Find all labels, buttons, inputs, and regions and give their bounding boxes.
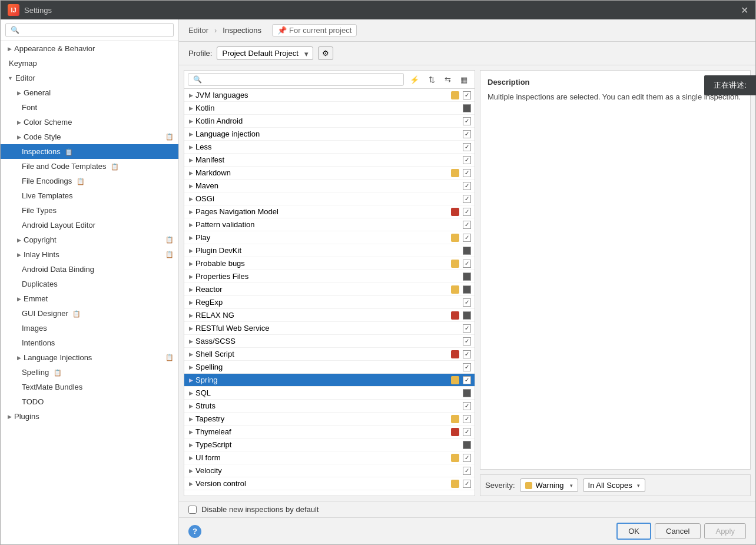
inspection-checkbox[interactable] <box>463 376 471 384</box>
inspection-checkbox[interactable] <box>463 428 471 436</box>
inspection-checkbox[interactable] <box>463 169 471 177</box>
inspection-checkbox[interactable] <box>463 415 471 423</box>
sidebar-item-color-scheme[interactable]: ▶ Color Scheme <box>1 115 178 129</box>
sidebar-item-todo[interactable]: TODO <box>1 394 178 409</box>
inspection-row[interactable]: ▶SQL <box>184 387 475 400</box>
inspection-row[interactable]: ▶Manifest <box>184 154 475 167</box>
inspection-row[interactable]: ▶JVM languages <box>184 89 475 102</box>
inspection-checkbox[interactable] <box>463 454 471 462</box>
sidebar-item-copyright[interactable]: ▶ Copyright 📋 <box>1 232 178 247</box>
sidebar-item-live-templates[interactable]: Live Templates <box>1 188 178 203</box>
inspection-checkbox[interactable] <box>463 156 471 164</box>
inspection-checkbox[interactable] <box>463 272 471 281</box>
inspection-checkbox[interactable] <box>463 480 471 488</box>
inspection-checkbox[interactable] <box>463 350 471 358</box>
inspection-row[interactable]: ▶RELAX NG <box>184 309 475 322</box>
sidebar-item-images[interactable]: Images <box>1 321 178 335</box>
sidebar-item-textmate-bundles[interactable]: TextMate Bundles <box>1 380 178 394</box>
sidebar-item-file-encodings[interactable]: File Encodings 📋 <box>1 174 178 188</box>
apply-button[interactable]: Apply <box>704 523 746 539</box>
inspection-row[interactable]: ▶Kotlin <box>184 102 475 115</box>
layout-button[interactable]: ▦ <box>457 74 471 86</box>
inspection-row[interactable]: ▶Reactor <box>184 283 475 296</box>
sidebar-item-plugins[interactable]: ▶ Plugins <box>1 409 178 424</box>
inspection-checkbox[interactable] <box>463 143 471 151</box>
inspection-row[interactable]: ▶RESTful Web Service <box>184 322 475 335</box>
inspection-checkbox[interactable] <box>463 182 471 190</box>
inspection-checkbox[interactable] <box>463 234 471 242</box>
inspection-checkbox[interactable] <box>463 402 471 410</box>
sidebar-item-duplicates[interactable]: Duplicates <box>1 277 178 291</box>
search-input[interactable] <box>5 23 174 37</box>
sidebar-item-editor[interactable]: ▼ Editor <box>1 71 178 85</box>
inspection-row[interactable]: ▶Thymeleaf <box>184 426 475 438</box>
sidebar-item-file-types[interactable]: File Types <box>1 203 178 218</box>
collapse-all-button[interactable]: ⇆ <box>441 74 455 86</box>
inspection-checkbox[interactable] <box>463 195 471 203</box>
inspection-row[interactable]: ▶Velocity <box>184 464 475 477</box>
sidebar-item-spelling[interactable]: Spelling 📋 <box>1 365 178 380</box>
inspection-row[interactable]: ▶Maven <box>184 180 475 192</box>
sidebar-item-font[interactable]: Font <box>1 100 178 115</box>
filter-input[interactable] <box>188 73 404 86</box>
inspection-checkbox[interactable] <box>463 285 471 294</box>
disable-checkbox[interactable] <box>188 506 197 514</box>
inspection-checkbox[interactable] <box>463 298 471 307</box>
inspection-row[interactable]: ▶Pages Navigation Model <box>184 205 475 218</box>
sidebar-item-intentions[interactable]: Intentions <box>1 335 178 350</box>
close-button[interactable]: ✕ <box>741 5 748 16</box>
sidebar-item-inspections[interactable]: Inspections 📋 <box>1 144 178 159</box>
filter-button[interactable]: ⚡ <box>406 74 423 86</box>
inspection-row[interactable]: ▶RegExp <box>184 296 475 309</box>
inspection-checkbox[interactable] <box>463 221 471 229</box>
inspection-checkbox[interactable] <box>463 467 471 475</box>
inspection-checkbox[interactable] <box>463 91 471 99</box>
inspection-row[interactable]: ▶Shell Script <box>184 348 475 361</box>
sidebar-item-android-data-binding[interactable]: Android Data Binding <box>1 262 178 277</box>
inspection-checkbox[interactable] <box>463 130 471 138</box>
profile-select[interactable]: Project Default Project Default <box>217 46 313 60</box>
inspection-row[interactable]: ▶Struts <box>184 400 475 413</box>
inspection-checkbox[interactable] <box>463 441 471 449</box>
inspection-row[interactable]: ▶Language injection <box>184 128 475 141</box>
inspection-row[interactable]: ▶Plugin DevKit <box>184 244 475 257</box>
inspection-checkbox[interactable] <box>463 324 471 333</box>
inspection-checkbox[interactable] <box>463 363 471 371</box>
inspection-row[interactable]: ▶OSGi <box>184 192 475 205</box>
inspection-checkbox[interactable] <box>463 389 471 397</box>
inspection-checkbox[interactable] <box>463 208 471 216</box>
sidebar-item-file-code-templates[interactable]: File and Code Templates 📋 <box>1 159 178 174</box>
inspection-row[interactable]: ▶Tapestry <box>184 413 475 426</box>
sidebar-item-code-style[interactable]: ▶ Code Style 📋 <box>1 129 178 144</box>
inspection-row[interactable]: ▶Play <box>184 231 475 244</box>
inspection-row[interactable]: ▶Kotlin Android <box>184 115 475 128</box>
help-button[interactable]: ? <box>188 525 201 538</box>
inspection-row[interactable]: ▶Markdown <box>184 167 475 180</box>
severity-select[interactable]: Warning ▾ <box>520 478 578 492</box>
inspection-row[interactable]: ▶Pattern validation <box>184 218 475 231</box>
sidebar-item-keymap[interactable]: Keymap <box>1 56 178 71</box>
inspection-row[interactable]: ▶Spelling <box>184 361 475 374</box>
sidebar-item-appearance[interactable]: ▶ Appearance & Behavior <box>1 41 178 56</box>
ok-button[interactable]: OK <box>616 523 651 540</box>
cancel-button[interactable]: Cancel <box>655 523 701 539</box>
inspection-checkbox[interactable] <box>463 260 471 268</box>
inspection-checkbox[interactable] <box>463 337 471 345</box>
sidebar-item-inlay-hints[interactable]: ▶ Inlay Hints 📋 <box>1 247 178 262</box>
inspection-checkbox[interactable] <box>463 311 471 320</box>
inspection-row[interactable]: ▶Sass/SCSS <box>184 335 475 348</box>
inspection-row[interactable]: ▶TypeScript <box>184 438 475 451</box>
inspection-row[interactable]: ▶UI form <box>184 451 475 464</box>
sidebar-item-emmet[interactable]: ▶ Emmet <box>1 291 178 306</box>
inspection-row[interactable]: ▶Version control <box>184 477 475 490</box>
inspection-row[interactable]: ▶Less <box>184 141 475 154</box>
inspection-checkbox[interactable] <box>463 247 471 255</box>
inspection-row[interactable]: ▶Probable bugs <box>184 257 475 270</box>
sidebar-item-android-layout-editor[interactable]: Android Layout Editor <box>1 218 178 232</box>
inspection-row[interactable]: ▶Properties Files <box>184 270 475 283</box>
inspection-checkbox[interactable] <box>463 117 471 125</box>
inspection-row[interactable]: ▶Spring <box>184 374 475 387</box>
sidebar-item-language-injections[interactable]: ▶ Language Injections 📋 <box>1 350 178 365</box>
gear-button[interactable]: ⚙ <box>318 46 333 60</box>
sidebar-item-general[interactable]: ▶ General <box>1 85 178 100</box>
